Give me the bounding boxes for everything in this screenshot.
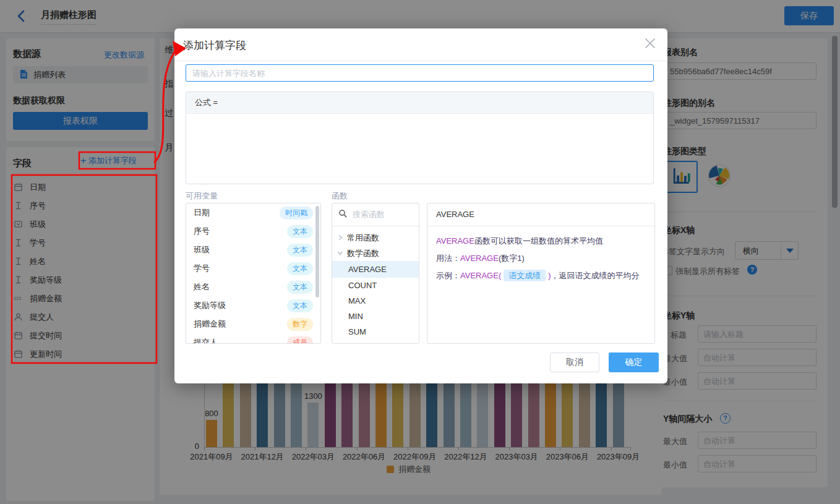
variable-name: 捐赠金额 [194,318,226,330]
cancel-button[interactable]: 取消 [550,352,599,372]
function-item[interactable]: SUM [332,324,419,340]
dialog-title: 添加计算字段 [183,38,246,53]
variable-type-badge: 文本 [287,244,313,257]
variable-name: 日期 [194,207,210,218]
function-detail-panel: AVERAGE AVERAGE函数可以获取一组数值的算术平均值用法：AVERAG… [427,203,655,344]
function-detail-header: AVERAGE [427,203,654,226]
function-item[interactable]: MAX [332,293,419,309]
function-detail-line: AVERAGE函数可以获取一组数值的算术平均值 [436,233,646,250]
variable-name: 序号 [194,226,210,237]
field-chip: 语文成绩 [504,270,546,281]
variable-type-badge: 文本 [287,281,313,294]
detail-text: ，返回语文成绩的平均分 [551,271,640,280]
function-item[interactable]: COUNT [332,278,419,293]
confirm-button[interactable]: 确定 [609,352,659,372]
function-group[interactable]: 常用函数 [332,230,419,246]
function-detail-line: 用法：AVERAGE(数字1) [436,250,646,267]
variable-type-badge: 数字 [287,318,313,331]
variable-item[interactable]: 日期时间戳 [186,203,320,222]
formula-label: 公式 = [186,92,653,114]
variable-name: 姓名 [194,281,210,293]
add-calc-field-dialog: 添加计算字段 公式 = 可用变量 日期时间戳序号文本班级文本学号文本姓名文本奖励… [174,28,667,383]
formula-editor[interactable]: 公式 = [186,92,654,184]
variable-type-badge: 成员 [287,336,313,344]
variable-name: 奖励等级 [194,300,226,311]
variable-item[interactable]: 学号文本 [186,259,320,278]
function-detail-body: AVERAGE函数可以获取一组数值的算术平均值用法：AVERAGE(数字1)示例… [427,226,654,291]
chevron-down-icon [337,249,343,258]
function-item[interactable]: MIN [332,309,419,324]
detail-text: AVERAGE [460,254,499,263]
function-search[interactable]: 搜索函数 [332,203,419,226]
function-detail-line: 示例：AVERAGE(语文成绩)，返回语文成绩的平均分 [436,267,646,284]
variables-title: 可用变量 [186,190,218,202]
variables-list: 日期时间戳序号文本班级文本学号文本姓名文本奖励等级文本捐赠金额数字提交人成员 [186,203,321,344]
variable-name: 班级 [194,244,210,255]
variable-item[interactable]: 班级文本 [186,241,320,259]
variable-type-badge: 文本 [287,262,313,275]
detail-text: 示例： [436,271,460,280]
variable-item[interactable]: 姓名文本 [186,278,320,296]
detail-text: AVERAGE [436,236,474,246]
function-search-placeholder: 搜索函数 [353,209,385,220]
detail-text: 用法： [436,254,460,263]
function-tree: 常用函数数学函数AVERAGECOUNTMAXMINSUM [332,226,419,340]
variable-type-badge: 文本 [287,299,313,312]
function-item[interactable]: AVERAGE [332,261,419,278]
variable-item[interactable]: 捐赠金额数字 [186,315,320,333]
variables-scrollbar[interactable] [315,206,319,297]
functions-title: 函数 [332,190,348,202]
function-group-label: 常用函数 [347,233,379,244]
variable-item[interactable]: 序号文本 [186,222,320,241]
functions-panel: 搜索函数 常用函数数学函数AVERAGECOUNTMAXMINSUM [332,203,419,344]
variable-item[interactable]: 提交人成员 [186,333,320,344]
calc-field-name-input[interactable] [186,64,654,82]
function-group-label: 数学函数 [347,248,379,259]
variable-name: 提交人 [194,337,218,344]
variable-item[interactable]: 奖励等级文本 [186,296,320,315]
detail-text: 函数可以获取一组数值的算术平均值 [474,236,603,246]
variable-type-badge: 文本 [287,225,313,238]
detail-text: AVERAGE( [460,271,501,280]
close-icon[interactable] [644,37,658,51]
search-icon [338,209,348,220]
variable-name: 学号 [194,263,210,274]
function-group[interactable]: 数学函数 [332,246,419,261]
chevron-right-icon [337,233,343,242]
detail-text: (数字1) [499,254,525,263]
divider [174,61,667,61]
variable-type-badge: 时间戳 [280,207,313,220]
app-root: 月捐赠柱形图 保存 数据源 更改数据源 捐赠列表 数据获取权限 报表权限 字段 … [0,0,840,504]
